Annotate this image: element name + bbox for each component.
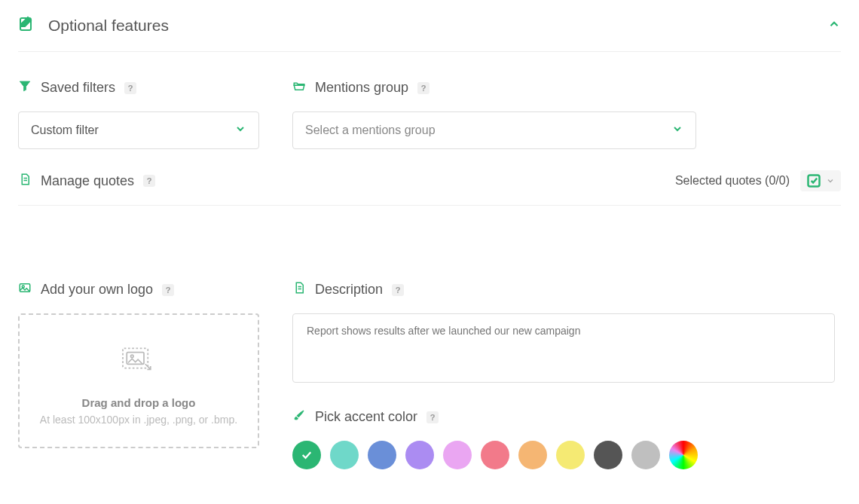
logo-col: Add your own logo ? Drag and drop a logo… <box>18 281 259 469</box>
chevron-down-icon <box>671 123 683 138</box>
accent-swatch[interactable] <box>556 441 585 469</box>
logo-desc-row: Add your own logo ? Drag and drop a logo… <box>18 281 841 469</box>
help-icon[interactable]: ? <box>143 175 155 187</box>
accent-text: Pick accent color <box>315 409 417 425</box>
check-icon <box>300 448 313 462</box>
saved-filters-select[interactable]: Custom filter <box>18 111 259 149</box>
add-logo-text: Add your own logo <box>41 282 153 298</box>
mentions-group-placeholder: Select a mentions group <box>305 124 436 137</box>
help-icon[interactable]: ? <box>426 411 439 423</box>
accent-swatch[interactable] <box>292 441 321 469</box>
dropzone-subtitle: At least 100x100px in .jpeg, .png, or .b… <box>27 414 250 426</box>
accent-swatch[interactable] <box>669 441 698 469</box>
saved-filters-value: Custom filter <box>31 124 99 137</box>
accent-section: Pick accent color ? <box>292 408 841 469</box>
chevron-up-icon[interactable] <box>827 17 841 34</box>
brush-icon <box>292 408 306 426</box>
dropzone-title: Drag and drop a logo <box>27 396 250 409</box>
description-label: Description ? <box>292 281 841 298</box>
filters-row: Saved filters ? Custom filter Mentions g… <box>18 79 841 149</box>
accent-swatch[interactable] <box>330 441 359 469</box>
dropzone-image-icon <box>27 344 250 380</box>
manage-quotes-bar: Manage quotes ? Selected quotes (0/0) <box>18 170 841 206</box>
panel-title-wrap: Optional features <box>18 15 169 36</box>
chevron-down-icon <box>234 123 246 138</box>
folder-open-icon <box>292 79 306 96</box>
optional-features-header[interactable]: Optional features <box>18 15 841 52</box>
manage-quotes-label: Manage quotes ? <box>18 173 155 190</box>
document-icon <box>292 281 306 298</box>
panel-title: Optional features <box>48 17 169 35</box>
help-icon[interactable]: ? <box>162 284 174 296</box>
mentions-group-label: Mentions group ? <box>292 79 841 96</box>
saved-filters-text: Saved filters <box>41 80 115 96</box>
chevron-down-icon <box>826 176 835 185</box>
description-text: Description <box>315 282 383 298</box>
mentions-group-text: Mentions group <box>315 80 408 96</box>
quotes-right: Selected quotes (0/0) <box>675 170 841 191</box>
document-icon <box>18 173 32 190</box>
description-col: Description ? Pick accent color ? <box>292 281 841 469</box>
select-all-toggle[interactable] <box>800 170 841 191</box>
manage-quotes-text: Manage quotes <box>41 173 134 189</box>
help-icon[interactable]: ? <box>124 82 136 94</box>
logo-dropzone[interactable]: Drag and drop a logo At least 100x100px … <box>18 313 259 448</box>
mentions-group-select[interactable]: Select a mentions group <box>292 111 696 149</box>
mentions-group-col: Mentions group ? Select a mentions group <box>292 79 841 149</box>
checkbox-icon <box>806 173 821 188</box>
svg-point-6 <box>131 355 134 358</box>
edit-icon <box>18 15 36 36</box>
accent-swatch[interactable] <box>631 441 660 469</box>
help-icon[interactable]: ? <box>392 284 404 296</box>
accent-swatch[interactable] <box>518 441 547 469</box>
selected-quotes-text: Selected quotes (0/0) <box>675 174 790 188</box>
filter-icon <box>18 79 32 96</box>
saved-filters-label: Saved filters ? <box>18 79 259 96</box>
accent-swatch[interactable] <box>443 441 472 469</box>
saved-filters-col: Saved filters ? Custom filter <box>18 79 259 149</box>
help-icon[interactable]: ? <box>417 82 430 94</box>
accent-swatch[interactable] <box>594 441 622 469</box>
accent-swatch[interactable] <box>405 441 434 469</box>
accent-swatch[interactable] <box>481 441 509 469</box>
image-icon <box>18 281 32 298</box>
accent-label: Pick accent color ? <box>292 408 841 426</box>
accent-swatch[interactable] <box>368 441 396 469</box>
add-logo-label: Add your own logo ? <box>18 281 259 298</box>
description-input[interactable] <box>292 313 835 383</box>
accent-swatches <box>292 441 841 469</box>
